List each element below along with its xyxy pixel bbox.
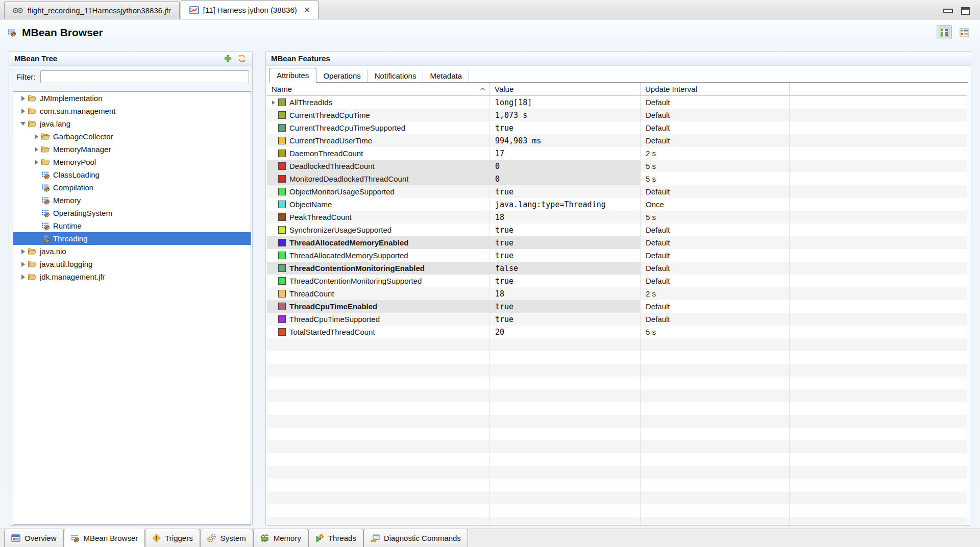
table-row[interactable]: ThreadCpuTimeEnabled true Default <box>267 300 967 313</box>
table-row[interactable]: SynchronizerUsageSupported true Default <box>267 223 967 236</box>
empty-cell <box>790 147 967 160</box>
attribute-value: 1,073 s <box>490 109 641 121</box>
attribute-color-swatch <box>278 328 286 336</box>
vertical-layout-button[interactable] <box>937 25 952 39</box>
minimize-icon[interactable] <box>943 9 953 13</box>
window-controls <box>943 7 980 19</box>
table-row[interactable]: MonitoredDeadlockedThreadCount 0 5 s <box>267 172 967 185</box>
table-row[interactable]: ThreadCount 18 2 s <box>267 287 967 300</box>
table-row[interactable]: DaemonThreadCount 17 2 s <box>267 147 967 160</box>
empty-table-row <box>267 428 967 440</box>
attribute-update-interval <box>641 491 790 504</box>
table-row[interactable]: CurrentThreadCpuTime 1,073 s Default <box>267 109 967 121</box>
horizontal-layout-button[interactable] <box>957 25 972 39</box>
bottom-tab-label: MBean Browser <box>84 534 138 542</box>
twistie-icon[interactable] <box>32 160 40 165</box>
attribute-value <box>490 517 641 525</box>
tab-metadata[interactable]: Metadata <box>423 69 469 82</box>
tree-item-jmimplementation[interactable]: JMImplementation <box>13 92 251 105</box>
folder-icon <box>41 145 50 153</box>
filter-input[interactable] <box>40 70 250 83</box>
empty-table-row <box>267 377 967 389</box>
bottom-tab-threads[interactable]: Threads <box>308 529 363 547</box>
table-row[interactable]: DeadlockedThreadCount 0 5 s <box>267 160 967 172</box>
column-header-name[interactable]: Name <box>267 83 490 95</box>
bottom-tab-mbean-browser[interactable]: MBean Browser <box>64 529 145 547</box>
bottom-tab-label: Diagnostic Commands <box>384 534 461 542</box>
bottom-tab-label: Overview <box>24 534 57 542</box>
table-row[interactable]: ThreadAllocatedMemorySupported true Defa… <box>267 249 967 262</box>
folder-icon <box>28 107 37 115</box>
attribute-color-swatch <box>278 226 286 234</box>
bottom-tab-overview[interactable]: Overview <box>4 529 64 547</box>
tree-item-java.lang[interactable]: java.lang <box>13 117 251 130</box>
row-expand-icon[interactable] <box>270 101 277 105</box>
tree-item-classloading[interactable]: ClassLoading <box>13 168 251 181</box>
attribute-value <box>490 338 641 351</box>
tree-item-label: jdk.management.jfr <box>40 272 105 281</box>
bottom-tab-diagnostic-commands[interactable]: Diagnostic Commands <box>363 529 468 547</box>
attribute-name: ObjectMonitorUsageSupported <box>289 187 395 196</box>
folder-icon <box>28 260 37 268</box>
table-row[interactable]: ObjectMonitorUsageSupported true Default <box>267 185 967 198</box>
tree-item-operatingsystem[interactable]: OperatingSystem <box>13 207 251 219</box>
attribute-color-swatch <box>278 290 286 297</box>
bottom-tab-memory[interactable]: Memory <box>253 529 308 547</box>
add-mbean-button[interactable] <box>223 54 233 64</box>
tab-notifications[interactable]: Notifications <box>368 69 424 82</box>
tab-operations[interactable]: Operations <box>316 69 368 82</box>
twistie-icon[interactable] <box>19 122 27 126</box>
twistie-icon[interactable] <box>19 275 27 280</box>
filter-row: Filter: <box>9 66 252 87</box>
close-icon[interactable] <box>304 7 310 13</box>
bottom-tab-triggers[interactable]: Triggers <box>145 529 200 547</box>
tree-item-java.util.logging[interactable]: java.util.logging <box>13 258 251 270</box>
attribute-value: true <box>490 300 641 313</box>
tree-item-memory[interactable]: Memory <box>13 194 251 207</box>
editor-tab-console[interactable]: [11] Harness jython (38836) <box>181 1 318 19</box>
table-row[interactable]: CurrentThreadUserTime 994,903 ms Default <box>267 134 967 147</box>
attribute-color-swatch <box>278 277 286 285</box>
attribute-update-interval <box>641 377 790 389</box>
attribute-value <box>490 377 641 389</box>
table-row[interactable]: ThreadCpuTimeSupported true Default <box>267 313 967 326</box>
mbean-tree[interactable]: JMImplementation com.sun.management java… <box>13 91 251 525</box>
table-row[interactable]: CurrentThreadCpuTimeSupported true Defau… <box>267 121 967 134</box>
tree-item-memorymanager[interactable]: MemoryManager <box>13 143 251 156</box>
refresh-button[interactable] <box>237 54 247 64</box>
tree-item-garbagecollector[interactable]: GarbageCollector <box>13 130 251 143</box>
table-row[interactable]: ObjectName java.lang:type=Threading Once <box>267 198 967 211</box>
table-row[interactable]: ThreadContentionMonitoringEnabled false … <box>267 262 967 275</box>
tree-item-threading[interactable]: Threading <box>13 232 251 245</box>
table-row[interactable]: TotalStartedThreadCount 20 5 s <box>267 326 967 338</box>
tab-attributes[interactable]: Attributes <box>269 68 316 83</box>
tree-item-memorypool[interactable]: MemoryPool <box>13 156 251 168</box>
tree-item-java.nio[interactable]: java.nio <box>13 245 251 258</box>
twistie-icon[interactable] <box>32 147 40 152</box>
tree-item-runtime[interactable]: Runtime <box>13 219 251 232</box>
bottom-tab-system[interactable]: System <box>200 529 253 547</box>
twistie-icon[interactable] <box>19 249 27 254</box>
sort-ascending-icon <box>480 87 485 91</box>
tree-item-com.sun.management[interactable]: com.sun.management <box>13 105 251 117</box>
attribute-value <box>490 453 641 466</box>
twistie-icon[interactable] <box>19 262 27 267</box>
column-header-value[interactable]: Value <box>490 83 641 95</box>
twistie-icon[interactable] <box>19 96 27 101</box>
table-row[interactable]: PeakThreadCount 18 5 s <box>267 211 967 223</box>
twistie-icon[interactable] <box>19 109 27 114</box>
plus-icon <box>224 55 232 62</box>
editor-tab-flight-recording[interactable]: flight_recording_11Harnessjython38836.jf… <box>4 2 180 19</box>
empty-table-row <box>267 479 967 491</box>
empty-table-row <box>267 466 967 479</box>
tree-item-jdk.management.jfr[interactable]: jdk.management.jfr <box>13 270 251 283</box>
table-row[interactable]: ThreadContentionMonitoringSupported true… <box>267 275 967 287</box>
editor-tab-label: flight_recording_11Harnessjython38836.jf… <box>28 6 171 15</box>
twistie-icon[interactable] <box>32 134 40 139</box>
attribute-color-swatch <box>278 98 286 106</box>
table-row[interactable]: ThreadAllocatedMemoryEnabled true Defaul… <box>267 236 967 249</box>
maximize-icon[interactable] <box>961 7 970 15</box>
column-header-update-interval[interactable]: Update Interval <box>641 83 790 95</box>
tree-item-compilation[interactable]: Compilation <box>13 181 251 194</box>
table-row[interactable]: AllThreadIds long[18] Default <box>267 96 967 109</box>
